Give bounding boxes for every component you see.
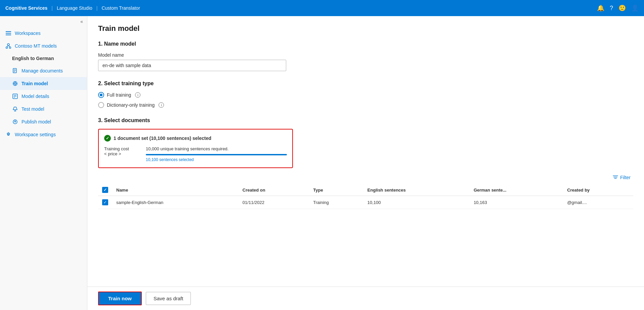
sidebar-publish-model-label: Publish model	[22, 119, 51, 124]
progress-bar-bg	[146, 154, 287, 155]
svg-rect-0	[6, 31, 11, 32]
doc-selection-header: ✓ 1 document set (10,100 sentences) sele…	[104, 135, 287, 142]
svg-point-13	[14, 83, 16, 85]
bell-icon[interactable]: 🔔	[597, 4, 604, 12]
radio-dict-circle	[98, 102, 104, 108]
model-name-label: Model name	[98, 52, 633, 58]
train-icon	[12, 81, 18, 87]
row-checkbox-cell[interactable]: ✓	[98, 196, 112, 209]
model-name-input[interactable]	[98, 60, 286, 71]
sidebar-item-train-model[interactable]: Train model	[0, 77, 87, 90]
section3-heading: 3. Select documents	[98, 117, 633, 123]
training-type-radio-group: Full training i Dictionary-only training…	[98, 92, 633, 108]
svg-point-4	[6, 47, 8, 49]
col-created-by: Created by	[563, 184, 633, 196]
section-select-documents: 3. Select documents ✓ 1 document set (10…	[98, 117, 633, 209]
svg-rect-2	[6, 35, 11, 35]
docs-icon	[12, 68, 18, 74]
sidebar-model-details-label: Model details	[22, 94, 49, 99]
header-checkbox[interactable]: ✓	[102, 187, 108, 193]
svg-point-5	[9, 47, 11, 49]
content-area: Train model 1. Name model Model name 2. …	[87, 16, 644, 287]
radio-full-circle	[98, 92, 104, 98]
smiley-icon[interactable]: 🙂	[618, 4, 626, 12]
page-title: Train model	[98, 24, 633, 33]
svg-point-3	[7, 44, 9, 46]
sidebar-workspace-settings-label: Workspace settings	[15, 132, 56, 137]
section1-heading: 1. Name model	[98, 41, 633, 47]
col-german-sentences: German sente...	[470, 184, 563, 196]
dict-training-info-icon[interactable]: i	[159, 102, 164, 108]
user-icon[interactable]: 👤	[631, 4, 639, 12]
language-studio-link[interactable]: Language Studio	[57, 5, 92, 11]
cost-requirement: 10,000 unique training sentences require…	[146, 146, 287, 151]
table-head: ✓ Name Created on Type English sentences…	[98, 184, 633, 196]
filter-button[interactable]: Filter	[610, 173, 633, 182]
col-type: Type	[309, 184, 363, 196]
radio-full-training[interactable]: Full training i	[98, 92, 633, 98]
sidebar-contoso-label: Contoso MT models	[15, 43, 57, 49]
sidebar-item-english-german[interactable]: English to German	[0, 52, 87, 64]
row-german-sentences: 10,163	[470, 196, 563, 209]
publish-icon	[12, 119, 18, 125]
nav-divider-2: |	[96, 5, 98, 11]
row-created-by: @gmail....	[563, 196, 633, 209]
save-as-draft-button[interactable]: Save as draft	[146, 292, 191, 305]
radio-dict-label: Dictionary-only training	[107, 102, 155, 108]
row-checkbox[interactable]: ✓	[102, 199, 108, 205]
train-now-button[interactable]: Train now	[98, 292, 142, 305]
table-body: ✓ sample-English-German 01/11/2022 Train…	[98, 196, 633, 209]
cost-detail: 10,000 unique training sentences require…	[146, 146, 287, 162]
svg-rect-11	[14, 71, 15, 72]
nav-divider-1: |	[51, 5, 53, 11]
bottom-bar: Train now Save as draft	[87, 287, 644, 310]
cost-row: Training cost < price > 10,000 unique tr…	[104, 146, 287, 162]
top-nav-icons: 🔔 ? 🙂 👤	[597, 4, 639, 12]
sidebar-item-manage-documents[interactable]: Manage documents	[0, 64, 87, 77]
doc-selection-status: 1 document set (10,100 sentences) select…	[114, 136, 211, 141]
menu-icon	[5, 30, 11, 36]
sidebar-item-contoso[interactable]: Contoso MT models	[0, 40, 87, 52]
sidebar-test-model-label: Test model	[22, 106, 44, 112]
models-icon	[5, 43, 11, 49]
section-training-type: 2. Select training type Full training i …	[98, 81, 633, 108]
sidebar-item-workspace-settings[interactable]: Workspace settings	[0, 128, 87, 141]
sidebar-collapse-button[interactable]: «	[0, 16, 87, 27]
details-icon	[12, 93, 18, 99]
help-icon[interactable]: ?	[610, 5, 613, 12]
sidebar-item-workspaces[interactable]: Workspaces	[0, 27, 87, 40]
table-header-row-el: ✓ Name Created on Type English sentences…	[98, 184, 633, 196]
sidebar-manage-docs-label: Manage documents	[22, 68, 63, 73]
collapse-icon: «	[80, 19, 83, 24]
radio-full-label: Full training	[107, 92, 131, 98]
svg-rect-10	[14, 70, 16, 71]
main-container: « Workspaces Contoso MT models English t…	[0, 16, 644, 310]
svg-rect-1	[6, 33, 11, 34]
row-created-on: 01/11/2022	[239, 196, 309, 209]
svg-line-7	[8, 46, 10, 47]
table-row: ✓ sample-English-German 01/11/2022 Train…	[98, 196, 633, 209]
progress-bar-fill	[146, 154, 287, 155]
sidebar: « Workspaces Contoso MT models English t…	[0, 16, 87, 310]
section-name-model: 1. Name model Model name	[98, 41, 633, 71]
settings-icon	[5, 132, 11, 138]
sentences-selected: 10,100 sentences selected	[146, 157, 287, 162]
section2-heading: 2. Select training type	[98, 81, 633, 87]
sidebar-workspaces-label: Workspaces	[15, 31, 41, 36]
sidebar-item-model-details[interactable]: Model details	[0, 90, 87, 103]
cost-label-line1: Training cost	[104, 146, 138, 151]
custom-translator-link[interactable]: Custom Translator	[101, 5, 140, 11]
radio-dictionary-only[interactable]: Dictionary-only training i	[98, 102, 633, 108]
full-training-info-icon[interactable]: i	[135, 92, 140, 98]
sidebar-item-publish-model[interactable]: Publish model	[0, 115, 87, 128]
training-cost-label: Training cost < price >	[104, 146, 138, 156]
row-english-sentences: 10,100	[363, 196, 470, 209]
svg-line-6	[7, 46, 8, 47]
col-checkbox: ✓	[98, 184, 112, 196]
row-type: Training	[309, 196, 363, 209]
table-header-row: Filter	[98, 173, 633, 182]
sidebar-english-german-label: English to German	[12, 56, 54, 61]
sidebar-item-test-model[interactable]: Test model	[0, 103, 87, 115]
filter-label: Filter	[620, 175, 631, 180]
check-circle-icon: ✓	[104, 135, 111, 142]
